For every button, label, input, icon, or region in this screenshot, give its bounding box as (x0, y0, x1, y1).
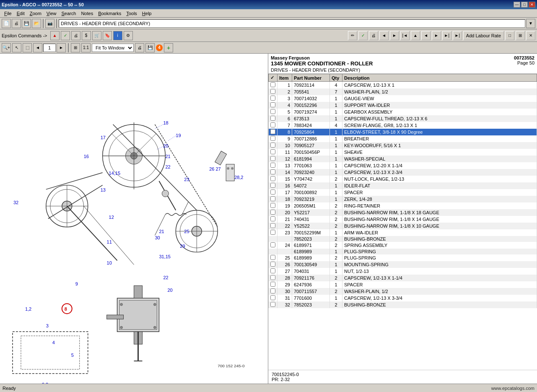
row-checkbox[interactable] (269, 162, 278, 169)
diagram-panel[interactable]: 18 19 20 21 22 23 26 27 28,2 17 16 14,15… (0, 54, 268, 384)
table-row[interactable]: 15Y7047422NUT-LOCK, FLANGE, 1/2-13 (269, 176, 537, 182)
nav-close-btn[interactable]: ✕ (526, 31, 535, 40)
eps-flag-btn[interactable]: 🔖 (103, 31, 112, 40)
eps-print-btn[interactable]: 🖨 (71, 31, 80, 40)
page-number-input[interactable]: 1 (43, 44, 56, 52)
nav-left-btn[interactable]: ◄ (421, 31, 431, 40)
row-checkbox[interactable] (269, 176, 278, 182)
table-row[interactable]: 16540721IDLER-FLAT (269, 182, 537, 189)
row-checkbox[interactable] (269, 135, 278, 142)
table-row[interactable]: 66735131CAPSCREW-FULL THREAD, 1/2-13 X 6 (269, 115, 537, 122)
table-row[interactable]: 8709258641ELBOW-STREET, 3/8-18 X 90 Degr… (269, 129, 537, 135)
diagram-area[interactable]: 18 19 20 21 22 23 26 27 28,2 17 16 14,15… (0, 54, 268, 384)
eps-info-btn[interactable]: i (113, 31, 122, 40)
table-row[interactable]: 277040311NUT, 1/2-13 (269, 268, 537, 275)
parts-table-container[interactable]: ✓ Item Part Number Qty Description 17092… (268, 74, 537, 370)
row-checkbox[interactable] (269, 249, 278, 254)
tb-new-btn[interactable]: 📄 (2, 19, 11, 28)
table-row[interactable]: 27055417WASHER-PLAIN, 1/2 (269, 88, 537, 95)
table-row[interactable]: 267001305491MOUNTING-SPRING (269, 261, 537, 268)
row-checkbox[interactable] (269, 122, 278, 129)
select-btn[interactable]: ↖ (12, 43, 21, 52)
row-checkbox[interactable] (269, 102, 278, 109)
table-row[interactable]: 1261819941WASHER-SPECIAL (269, 156, 537, 162)
row-checkbox[interactable] (269, 95, 278, 102)
nav-first-btn[interactable]: |◄ (400, 31, 410, 40)
table-row[interactable]: 23700152299M1ARM WA-IDLER (269, 229, 537, 236)
menu-notes[interactable]: Notes (78, 10, 96, 17)
zoom-in-btn[interactable]: 🔍+ (2, 43, 11, 52)
table-row[interactable]: 37007140321GAUGE-VIEW (269, 95, 537, 102)
row-checkbox[interactable] (269, 88, 278, 95)
row-checkbox[interactable] (269, 229, 278, 236)
row-checkbox[interactable] (269, 156, 278, 162)
nav-print2-btn[interactable]: 🖨 (369, 31, 378, 40)
zoom-fit-btn[interactable]: ⊞ (71, 43, 80, 52)
row-checkbox[interactable] (269, 115, 278, 122)
nav-max-btn[interactable]: ⊞ (516, 31, 525, 40)
row-checkbox[interactable] (269, 301, 278, 308)
table-row[interactable]: 47001522961SUPPORT WA-IDLER (269, 102, 537, 109)
zoom-actual-btn[interactable]: 1:1 (81, 43, 91, 52)
row-checkbox[interactable] (269, 82, 278, 89)
save-diag-btn[interactable]: 💾 (145, 43, 155, 52)
nav-edit-btn[interactable]: ✏ (348, 31, 357, 40)
table-row[interactable]: 307007115572WASHER-PLAIN, 1/2 (269, 288, 537, 295)
menu-edit[interactable]: Edit (14, 10, 27, 17)
row-checkbox[interactable] (269, 149, 278, 156)
menu-view[interactable]: View (44, 10, 59, 17)
table-row[interactable]: 177001008921SPACER (269, 189, 537, 196)
row-checkbox[interactable] (269, 169, 278, 176)
table-row[interactable]: 97007128861BREATHER (269, 135, 537, 142)
row-checkbox[interactable] (269, 109, 278, 115)
add-item-btn[interactable]: + (164, 43, 173, 52)
table-row[interactable]: 78520232BUSHING-BRONZE (269, 236, 537, 242)
table-row[interactable]: 22Y525222BUSHING-NARROW RIM, 1-1/8 X 10 … (269, 223, 537, 229)
table-row[interactable]: 3177016001CAPSCREW, 1/2-13 X 3-3/4 (269, 295, 537, 301)
eps-check-btn[interactable]: ✓ (61, 31, 70, 40)
row-checkbox[interactable] (269, 182, 278, 189)
table-row[interactable]: 20Y522172BUSHING-NARROW RIM, 1-1/8 X 18 … (269, 209, 537, 216)
table-row[interactable]: 3278520232BUSHING-BRONZE (269, 301, 537, 308)
row-checkbox[interactable] (269, 275, 278, 281)
print-diag-btn[interactable]: 🖨 (135, 43, 144, 52)
next-page-btn[interactable]: ► (57, 43, 66, 52)
eps-cart-btn[interactable]: 🛒 (92, 31, 101, 40)
nav-resize-btn[interactable]: □ (505, 31, 514, 40)
row-checkbox[interactable] (269, 242, 278, 249)
tb-print-btn[interactable]: 🖨 (12, 19, 21, 28)
nav-fwd2-btn[interactable]: ►| (442, 31, 451, 40)
add-labour-button[interactable]: Add Labour Rate (463, 31, 504, 40)
row-checkbox[interactable] (269, 209, 278, 216)
tb-addr-dropdown[interactable]: ▼ (526, 19, 535, 28)
close-button[interactable]: ✕ (529, 2, 535, 8)
eps-dollar-btn[interactable]: $ (82, 31, 91, 40)
row-checkbox[interactable] (269, 261, 278, 268)
row-checkbox[interactable] (269, 268, 278, 275)
prev-page-btn[interactable]: ◄ (33, 43, 42, 52)
row-checkbox[interactable] (269, 129, 278, 135)
row-checkbox[interactable] (269, 281, 278, 288)
table-row[interactable]: 61899891PLUG-SPRING (269, 249, 537, 254)
tb-save-btn[interactable]: 💾 (22, 19, 31, 28)
table-row[interactable]: 217404312BUSHING-NARROW RIM, 1-1/8 X 14 … (269, 216, 537, 223)
row-checkbox[interactable] (269, 189, 278, 196)
table-row[interactable]: 11700150456P1SHEAVE (269, 149, 537, 156)
table-row[interactable]: 1377010631CAPSCREW, 1/2-20 X 1-1/4 (269, 162, 537, 169)
menu-tools[interactable]: Tools (124, 10, 140, 17)
nav-fwd-btn[interactable]: ► (390, 31, 399, 40)
address-bar[interactable]: DRIVES - HEADER DRIVE (SECONDARY) (59, 19, 525, 28)
nav-right-btn[interactable]: ► (432, 31, 441, 40)
row-checkbox[interactable] (269, 236, 278, 242)
menu-bookmarks[interactable]: Bookmarks (96, 10, 124, 17)
zoom-rect-btn[interactable]: ⬚ (23, 43, 32, 52)
menu-help[interactable]: Help (140, 10, 154, 17)
table-row[interactable]: 778834244SCREW-FLANGE, GR8, 1/2-13 X 1 (269, 122, 537, 129)
table-row[interactable]: 2561899892PLUG-SPRING (269, 254, 537, 261)
eps-config-btn[interactable]: ⚙ (124, 31, 133, 40)
menu-search[interactable]: Search (59, 10, 79, 17)
table-row[interactable]: 57007192741GEARBOX ASSEMBLY (269, 109, 537, 115)
row-checkbox[interactable] (269, 196, 278, 202)
row-checkbox[interactable] (269, 202, 278, 209)
menu-file[interactable]: File (2, 10, 14, 17)
